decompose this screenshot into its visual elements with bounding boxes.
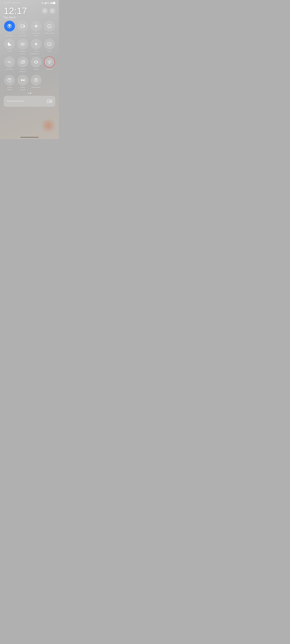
qs-row-3: Mi Share Floatingwindows <box>4 56 55 73</box>
svg-rect-9 <box>21 43 24 45</box>
svg-point-29 <box>36 78 36 79</box>
qs-label-ultra-battery: Ultrabattery sa… <box>31 50 41 55</box>
svg-point-23 <box>49 64 50 64</box>
qs-item-vibrate[interactable]: Vibrate <box>30 56 42 73</box>
clock-actions <box>42 8 55 14</box>
qs-label-mi-remote: Mi Remote <box>32 86 41 89</box>
qs-label-vibrate: Vibrate <box>33 68 39 71</box>
mi-share-icon <box>7 60 12 64</box>
svg-point-1 <box>45 10 45 11</box>
lock-rotation-icon <box>7 24 12 28</box>
qs-label-quick-share: QuickShare <box>7 86 12 91</box>
qs-item-quick-share[interactable]: QuickShare <box>4 75 16 91</box>
reading-mode-icon <box>34 24 38 28</box>
signal-bars-2 <box>50 2 52 4</box>
carrier-label: Irancell | SamanTe <box>4 2 20 4</box>
svg-line-24 <box>51 60 51 61</box>
qs-item-dark-mode[interactable]: Dark mode <box>44 21 55 37</box>
qs-circle-screen-recorder <box>17 21 28 32</box>
qs-item-floating-windows[interactable]: Floatingwindows <box>17 56 29 73</box>
gear-icon <box>43 9 46 12</box>
page-dot-2[interactable] <box>30 93 31 94</box>
home-indicator <box>3 134 57 139</box>
dolby-atmos-icon <box>21 78 25 82</box>
dark-mode-icon <box>47 24 52 28</box>
qs-circle-battery-saver <box>17 39 28 50</box>
vibrate-icon <box>34 60 38 64</box>
battery-indicator: 80 <box>53 2 55 4</box>
status-icons: 4G 80 <box>41 2 55 4</box>
qs-label-dnd: DND <box>8 50 12 53</box>
svg-rect-18 <box>35 61 37 64</box>
quick-settings-panel: Lockorientation ScreenRecorder <box>3 20 57 94</box>
svg-rect-33 <box>50 102 52 103</box>
qs-circle-dolby-atmos <box>17 75 28 86</box>
qs-item-battery-saver[interactable]: Batterysaver <box>17 39 29 55</box>
signal-bars-1 <box>44 2 46 4</box>
quick-share-icon <box>7 78 12 82</box>
edit-button[interactable] <box>50 8 55 14</box>
hotspot-icon <box>47 60 52 64</box>
qs-circle-mi-share <box>4 56 15 68</box>
qs-label-mi-share: Mi Share <box>6 68 13 71</box>
mijia-icon <box>47 98 52 104</box>
smart-devices-icon <box>47 98 52 104</box>
qs-label-dark-mode: Dark mode <box>45 32 54 35</box>
qs-circle-mi-remote <box>31 75 42 86</box>
qs-circle-floating-windows <box>17 56 28 68</box>
qs-circle-quick-share <box>4 75 15 86</box>
qs-label-floating-windows: Floatingwindows <box>19 68 26 73</box>
qs-label-lock-orientation: Lockorientation <box>5 32 14 37</box>
qs-label-screen-recorder: ScreenRecorder <box>19 32 27 37</box>
screen-recorder-icon <box>21 24 25 28</box>
qs-item-ultra-battery[interactable]: Ultrabattery sa… <box>30 39 42 55</box>
qs-row-2: DND Batterysaver <box>4 39 55 55</box>
qs-circle-dnd <box>4 39 15 50</box>
svg-marker-5 <box>24 25 25 27</box>
smart-devices-panel[interactable]: Smart devices <box>4 96 55 107</box>
qs-item-cast[interactable]: Cast <box>44 39 55 55</box>
qs-circle-dark-mode <box>44 21 55 32</box>
svg-rect-14 <box>48 43 51 45</box>
qs-item-dnd[interactable]: DND <box>4 39 16 55</box>
smart-devices-label: Smart devices <box>7 100 24 103</box>
clock-area: 12:17 Tue, Nov 5 <box>3 5 57 20</box>
floating-windows-icon <box>21 60 25 64</box>
svg-marker-26 <box>23 79 24 81</box>
qs-circle-reading-mode <box>31 21 42 32</box>
qs-item-mi-remote[interactable]: Mi Remote <box>30 75 42 91</box>
mi-remote-icon <box>34 78 38 82</box>
svg-marker-13 <box>35 42 38 46</box>
settings-button[interactable] <box>42 8 48 14</box>
page-dot-1[interactable] <box>28 93 29 94</box>
status-bar: Irancell | SamanTe 4G <box>3 0 57 5</box>
qs-label-cast: Cast <box>48 50 51 53</box>
battery-saver-icon <box>21 42 25 46</box>
mute-icon <box>41 2 44 4</box>
qs-item-dolby-atmos[interactable]: DolbyAtmos <box>17 75 29 91</box>
ultra-battery-icon <box>34 42 38 46</box>
qs-item-screen-recorder[interactable]: ScreenRecorder <box>17 21 29 37</box>
4g-label: 4G <box>47 2 49 4</box>
cast-icon <box>47 42 52 46</box>
svg-rect-4 <box>21 25 24 28</box>
qs-circle-hotspot <box>44 56 55 68</box>
dnd-icon <box>7 42 12 46</box>
home-bar <box>20 137 39 138</box>
qs-circle-ultra-battery <box>31 39 42 50</box>
svg-rect-32 <box>50 100 52 101</box>
qs-label-reading-mode: Readingmode <box>33 32 40 37</box>
qs-label-hotspot: Hotspot <box>46 68 52 71</box>
qs-item-mi-share[interactable]: Mi Share <box>4 56 16 73</box>
qs-label-dolby-atmos: DolbyAtmos <box>20 86 25 91</box>
page-dots <box>4 93 55 94</box>
qs-circle-vibrate <box>31 56 42 68</box>
clock-time: 12:17 <box>4 6 27 16</box>
clock-date: Tue, Nov 5 <box>4 16 27 19</box>
svg-marker-25 <box>21 79 23 81</box>
qs-item-reading-mode[interactable]: Readingmode <box>30 21 42 37</box>
qs-item-hotspot[interactable]: Hotspot <box>44 56 55 73</box>
qs-circle-lock-orientation <box>4 21 15 32</box>
qs-row-1: Lockorientation ScreenRecorder <box>4 21 55 37</box>
qs-item-lock-orientation[interactable]: Lockorientation <box>4 21 16 37</box>
